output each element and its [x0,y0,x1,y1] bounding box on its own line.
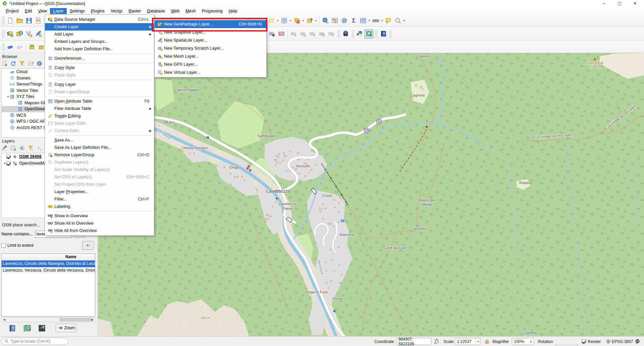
eye-show-icon[interactable] [19,145,25,152]
toolbar-grip[interactable] [2,43,4,51]
render-checkbox[interactable]: Render [582,338,601,345]
nav-zoom-gray-icon[interactable] [393,16,402,25]
maptip-icon[interactable] [384,16,393,25]
dropdown-arrow[interactable]: ▼ [314,16,318,25]
menu-item-filter[interactable]: Filter...Ctrl+F [45,195,154,203]
epsilon-icon[interactable]: ερ [36,145,43,152]
table-hscrollbar[interactable]: ◀ ▶ [1,317,95,322]
zoom-green-map-icon[interactable] [364,29,374,39]
dropdown-arrow[interactable]: ▼ [302,16,305,25]
collapse-tree-icon[interactable] [28,60,34,68]
python-icon[interactable] [355,29,364,39]
search-results-table[interactable]: Name Lavertezzo, Circolo della Navegna, … [1,253,95,316]
menu-item-new-temporary-scratch-layer[interactable]: New Temporary Scratch Layer... [155,44,266,52]
filter-yellow-icon[interactable] [19,60,25,68]
menu-item-copy-style[interactable]: Copy Style [45,64,154,71]
dsm-colored-icon[interactable] [5,29,15,39]
new-layout-icon[interactable] [34,16,43,25]
dropdown-arrow[interactable]: ▼ [289,16,292,25]
layers-no-icon[interactable] [292,16,302,25]
toolbar-grip[interactable] [337,30,340,38]
help-button[interactable]: ? [8,324,17,333]
layer-visibility-checkbox[interactable] [6,155,11,159]
gear-icon[interactable] [339,16,349,25]
menu-item-copy-layer[interactable]: Copy Layer [45,81,154,88]
scale-combo[interactable]: 1:12537▼ [455,338,480,345]
menu-item-new-gpx-layer[interactable]: New GPX Layer... [155,60,266,68]
geopackage-icon[interactable] [15,29,24,39]
search-result-row[interactable]: Lavertezzo, Verzasca, Circolo della Verz… [2,267,95,274]
spatialite-icon[interactable] [34,29,43,39]
menu-item-save-as-layer-definition-file[interactable]: Save As Layer Definition File... [45,144,154,151]
search-result-row[interactable]: Lavertezzo, Circolo della Navegna, Distr… [2,261,95,267]
refresh-icon[interactable] [10,60,16,68]
coordinate-input[interactable]: 984907, 5823196 [396,338,431,345]
help-book-icon[interactable]: ? [378,29,388,39]
scroll-thumb[interactable] [59,318,92,322]
menu-item-data-source-manager[interactable]: Data Source ManagerCtrl+L [45,16,154,23]
menu-item-embed-layers-and-groups[interactable]: Embed Layers and Groups... [45,38,154,45]
menu-item-layer-properties[interactable]: Layer Properties... [45,188,154,195]
open-project-icon[interactable] [15,16,24,25]
label-ab-icon[interactable]: ab [267,29,277,39]
form-view-icon[interactable] [279,16,289,25]
label-gray-pencil-icon[interactable]: abc [327,29,336,39]
menu-item-show-in-overview[interactable]: Show in Overview [45,212,154,220]
menubar-plugins[interactable]: Plugins [88,8,108,14]
table-header[interactable]: Name [2,254,95,261]
menu-item-create-layer[interactable]: Create Layer▶ [45,23,154,31]
dropdown-arrow[interactable]: ▼ [368,16,371,25]
toolbar-grip[interactable] [2,30,4,38]
menu-item-georeferencer[interactable]: Georeferencer... [45,55,154,62]
menu-item-toggle-editing[interactable]: Toggle Editing [45,112,154,120]
add-group-icon[interactable] [10,145,16,152]
measure-icon[interactable] [371,16,380,25]
save-project-icon[interactable] [24,16,34,25]
osm-search-icon[interactable] [341,29,350,39]
magnifier-spinner[interactable]: 100%▲▼ [512,338,534,345]
menubar-project[interactable]: Project [3,8,22,14]
menubar-vector[interactable]: Vector [108,8,125,14]
menubar-view[interactable]: View [35,8,50,14]
layer-visibility-checkbox[interactable] [6,161,11,166]
toolbar-grip[interactable] [389,30,391,38]
menu-item-add-layer[interactable]: Add Layer▶ [45,31,154,38]
menubar-processing[interactable]: Processing [199,8,226,14]
info-circle-icon[interactable]: i [36,60,43,68]
menu-item-new-virtual-layer[interactable]: New Virtual Layer... [155,68,266,76]
mouse-extent-icon[interactable] [434,338,439,345]
lock-scale-icon[interactable] [484,338,490,345]
new-project-icon[interactable] [5,16,15,25]
menu-item-save-as[interactable]: Save As... [45,136,154,144]
menubar-help[interactable]: Help [226,8,240,14]
pin-square-icon[interactable] [305,16,314,25]
menu-item-new-spatialite-layer[interactable]: New SpatiaLite Layer... [155,36,266,44]
menu-item-new-mesh-layer[interactable]: New Mesh Layer... [155,52,266,60]
filter-small-icon[interactable] [28,145,34,152]
menubar-edit[interactable]: Edit [22,8,35,14]
label-gray-refresh-icon[interactable]: abc [317,29,327,39]
locate-search-input[interactable]: Type to locate (Ctrl+K) [1,338,68,345]
select-dashed-icon[interactable] [267,16,276,25]
menubar-raster[interactable]: Raster [125,8,144,14]
stats-icon[interactable] [330,16,339,25]
zoom-map-button[interactable] [23,324,32,333]
dropdown-arrow[interactable]: ▼ [402,16,406,25]
menubar-mesh[interactable]: Mesh [182,8,199,14]
label-gray-pin-icon[interactable]: abc [289,29,299,39]
limit-to-extent-checkbox[interactable] [1,243,6,248]
label-gray-arrow-icon[interactable]: abc [308,29,317,39]
menu-item-show-all-in-overview[interactable]: Show All in Overview [45,220,154,227]
dropdown-arrow[interactable]: ▼ [380,16,384,25]
sigma-icon[interactable]: Σ [349,16,358,25]
toolbar-grip[interactable] [351,30,354,38]
crs-status[interactable]: EPSG:3857 [606,338,633,345]
cloud-sync-icon[interactable] [15,42,24,52]
title-bar[interactable]: *Untitled Project — QGIS [Documentation]… [0,0,644,7]
menu-item-hide-all-from-overview[interactable]: Hide All from Overview [45,227,154,234]
dropdown-arrow[interactable]: ▼ [276,16,279,25]
zoom-button[interactable]: Zoom [56,324,76,332]
menu-item-labeling[interactable]: abcLabeling [45,203,154,210]
map-canvas[interactable]: HHSerta PaganaMuliniVerzascaChiossi Ferr… [98,53,644,336]
messages-icon[interactable] [635,338,640,345]
